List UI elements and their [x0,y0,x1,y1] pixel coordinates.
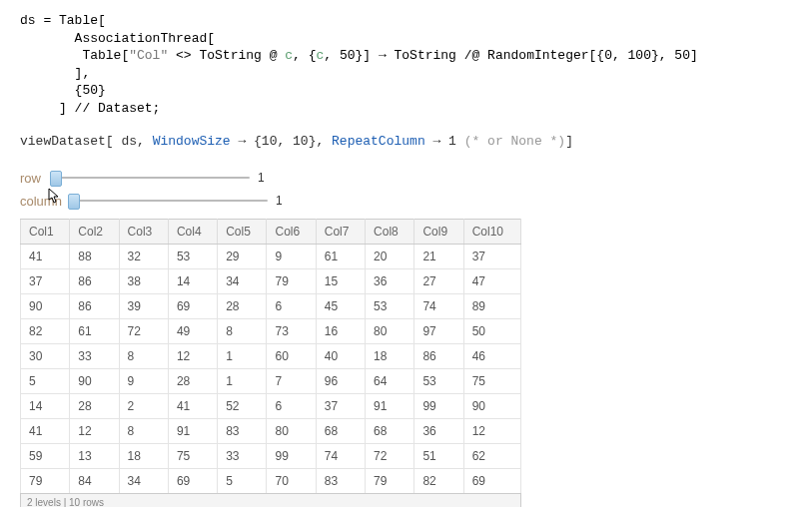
table-cell: 82 [21,318,70,343]
cursor-icon [48,188,60,204]
table-row: 5909281796645375 [21,368,521,393]
table-cell: 6 [267,293,316,318]
table-cell: 89 [463,293,520,318]
table-cell: 80 [267,418,316,443]
table-cell: 86 [414,343,463,368]
table-cell: 91 [168,418,217,443]
table-cell: 14 [21,393,70,418]
table-cell: 8 [119,418,168,443]
table-cell: 12 [70,418,119,443]
table-cell: 53 [366,293,414,318]
table-cell: 1 [218,368,267,393]
table-cell: 29 [218,244,267,268]
column-header: Col5 [218,219,267,244]
dataset-table: Col1Col2Col3Col4Col5Col6Col7Col8Col9Col1… [20,219,521,494]
table-cell: 28 [218,293,267,318]
table-cell: 61 [316,244,365,268]
table-cell: 32 [119,244,168,268]
table-cell: 5 [21,368,70,393]
column-header: Col7 [316,219,365,244]
table-row: 4188325329961202137 [21,244,521,268]
table-cell: 21 [414,244,463,268]
table-cell: 75 [168,443,217,468]
table-cell: 69 [168,468,217,493]
table-row: 37863814347915362747 [21,268,521,293]
table-cell: 99 [414,393,463,418]
table-cell: 82 [414,468,463,493]
dataset-footer: 2 levels | 10 rows [20,493,521,507]
column-slider-row: column 1 [0,192,812,211]
table-row: 303381216040188646 [21,343,521,368]
table-cell: 69 [168,293,217,318]
table-cell: 9 [267,244,316,268]
table-cell: 80 [366,318,414,343]
table-row: 59131875339974725162 [21,443,521,468]
table-cell: 41 [168,393,217,418]
column-header: Col6 [267,219,316,244]
table-cell: 74 [316,443,365,468]
table-cell: 83 [218,418,267,443]
column-header: Col2 [70,219,119,244]
column-slider-thumb[interactable] [68,194,80,210]
table-cell: 51 [414,443,463,468]
column-header: Col9 [414,219,463,244]
table-cell: 28 [168,368,217,393]
table-cell: 59 [21,443,70,468]
table-cell: 61 [70,318,119,343]
table-cell: 41 [21,418,70,443]
table-cell: 20 [366,244,414,268]
table-cell: 9 [119,368,168,393]
table-cell: 53 [414,368,463,393]
table-cell: 41 [21,244,70,268]
table-cell: 2 [119,393,168,418]
column-header: Col4 [168,219,217,244]
table-cell: 73 [267,318,316,343]
table-cell: 52 [218,393,267,418]
table-cell: 18 [119,443,168,468]
table-cell: 99 [267,443,316,468]
table-cell: 64 [366,368,414,393]
table-cell: 49 [168,318,217,343]
table-cell: 90 [70,368,119,393]
table-cell: 79 [366,468,414,493]
table-cell: 27 [414,268,463,293]
column-header: Col8 [366,219,414,244]
table-cell: 14 [168,268,217,293]
table-cell: 83 [316,468,365,493]
row-slider[interactable] [50,171,250,185]
column-slider-value: 1 [276,194,283,208]
table-cell: 72 [119,318,168,343]
table-cell: 18 [366,343,414,368]
table-cell: 7 [267,368,316,393]
table-cell: 90 [463,393,520,418]
column-header: Col3 [119,219,168,244]
table-cell: 79 [21,468,70,493]
column-slider[interactable] [68,194,268,208]
table-cell: 96 [316,368,365,393]
table-cell: 79 [267,268,316,293]
column-header: Col10 [463,219,520,244]
table-cell: 30 [21,343,70,368]
table-cell: 86 [70,268,119,293]
table-cell: 50 [463,318,520,343]
table-cell: 37 [463,244,520,268]
table-cell: 74 [414,293,463,318]
row-slider-row: row 1 [0,169,812,188]
table-cell: 8 [218,318,267,343]
table-cell: 38 [119,268,168,293]
row-slider-thumb[interactable] [50,171,62,187]
table-row: 4112891838068683612 [21,418,521,443]
table-cell: 33 [70,343,119,368]
table-row: 7984346957083798269 [21,468,521,493]
table-cell: 28 [70,393,119,418]
table-cell: 97 [414,318,463,343]
table-cell: 45 [316,293,365,318]
table-cell: 60 [267,343,316,368]
table-row: 142824152637919990 [21,393,521,418]
table-row: 8261724987316809750 [21,318,521,343]
table-cell: 36 [414,418,463,443]
table-cell: 5 [218,468,267,493]
table-cell: 12 [463,418,520,443]
table-cell: 37 [316,393,365,418]
table-cell: 88 [70,244,119,268]
